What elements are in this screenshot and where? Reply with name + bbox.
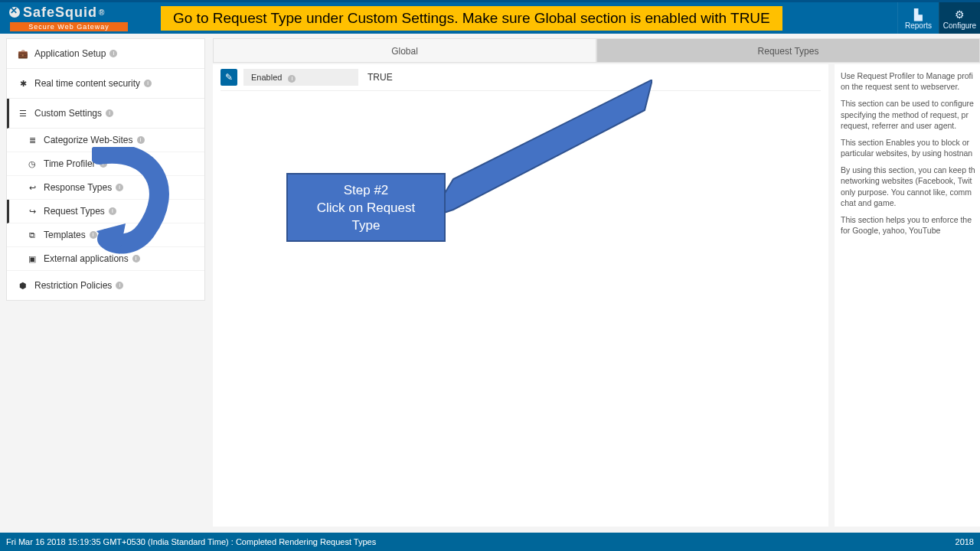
sub-label: Categorize Web-Sites (44, 135, 133, 145)
brand-name: SafeSquid® (9, 5, 141, 21)
top-bar: SafeSquid® Secure Web Gateway Go to Requ… (0, 0, 980, 34)
nav-label: Application Setup (34, 48, 106, 59)
brand-tagline: Secure Web Gateway (9, 21, 129, 32)
sub-external-applications[interactable]: ▣ External applications i (7, 247, 204, 271)
sub-response-types[interactable]: ↩ Response Types i (7, 176, 204, 200)
bug-icon: ✱ (18, 79, 28, 89)
brand-text: SafeSquid (23, 5, 97, 21)
terminal-icon: ▣ (27, 254, 38, 264)
nav-custom-settings[interactable]: ☰ Custom Settings i (7, 99, 204, 129)
shield-icon: ⬢ (18, 281, 28, 291)
info-icon[interactable]: i (109, 207, 116, 215)
help-para: Use Request Profiler to Manage profi on … (841, 70, 977, 92)
sub-label: Time Profiler (44, 158, 96, 169)
instruction-banner: Go to Request Type under Custom Settings… (161, 6, 782, 31)
template-icon: ⧉ (27, 230, 38, 240)
cogs-icon: ⚙ (955, 9, 965, 20)
sub-label: Response Types (44, 182, 112, 193)
sub-label: Request Types (44, 206, 105, 217)
enabled-value: TRUE (368, 72, 393, 83)
status-year: 2018 (956, 537, 974, 546)
bar-chart-icon: ▙ (914, 9, 923, 20)
briefcase-icon: 💼 (18, 49, 28, 59)
enabled-label: Enabled i (243, 69, 358, 86)
sliders-icon: ☰ (18, 109, 28, 119)
config-tabs: Global Request Types (213, 38, 980, 63)
info-icon[interactable]: i (132, 255, 140, 262)
info-icon[interactable]: i (100, 160, 107, 168)
sub-label: External applications (44, 253, 129, 264)
edit-button[interactable]: ✎ (220, 69, 237, 86)
nav-label: Custom Settings (34, 108, 102, 119)
info-icon[interactable]: i (106, 109, 113, 117)
nav-restriction-policies[interactable]: ⬢ Restriction Policies i (7, 271, 204, 300)
status-text: Fri Mar 16 2018 15:19:35 GMT+0530 (India… (6, 537, 376, 546)
info-icon[interactable]: i (116, 184, 123, 191)
sub-templates[interactable]: ⧉ Templates i (7, 223, 204, 247)
nav-realtime-content-security[interactable]: ✱ Real time content security i (7, 69, 204, 99)
custom-settings-subitems: ≣ Categorize Web-Sites i ◷ Time Profiler… (7, 129, 204, 271)
sub-categorize-websites[interactable]: ≣ Categorize Web-Sites i (7, 129, 204, 152)
reports-button[interactable]: ▙ Reports (897, 2, 939, 36)
info-icon[interactable]: i (288, 75, 296, 83)
sub-label: Templates (44, 230, 86, 240)
sub-request-types[interactable]: ↪ Request Types i (7, 200, 204, 223)
configure-button[interactable]: ⚙ Configure (939, 2, 980, 36)
tab-global[interactable]: Global (213, 38, 596, 63)
brand: SafeSquid® Secure Web Gateway (5, 4, 142, 33)
clock-icon: ◷ (27, 159, 38, 169)
context-help-panel: Use Request Profiler to Manage profi on … (835, 64, 980, 527)
top-nav: ▙ Reports ⚙ Configure (897, 2, 980, 36)
global-panel: ✎ Enabled i TRUE (213, 64, 828, 527)
info-icon[interactable]: i (116, 282, 123, 289)
enabled-row: ✎ Enabled i TRUE (220, 69, 821, 86)
stage: 💼 Application Setup i ✱ Real time conten… (0, 34, 980, 533)
status-bar: Fri Mar 16 2018 15:19:35 GMT+0530 (India… (0, 533, 980, 551)
tab-request-types[interactable]: Request Types (596, 38, 980, 63)
help-para: This section helps you to enforce the fo… (841, 214, 977, 236)
reply-icon: ↩ (27, 183, 38, 193)
help-para: By using this section, you can keep th n… (841, 165, 977, 208)
help-para: This section can be used to configure sp… (841, 98, 977, 131)
left-nav: 💼 Application Setup i ✱ Real time conten… (6, 38, 205, 301)
configure-label: Configure (943, 21, 976, 30)
reports-label: Reports (905, 21, 932, 30)
nav-label: Real time content security (34, 78, 140, 89)
help-para: This section Enables you to block or par… (841, 137, 977, 158)
info-icon[interactable]: i (137, 136, 145, 144)
enabled-label-text: Enabled (251, 73, 282, 82)
wrench-icon (9, 7, 20, 18)
info-icon[interactable]: i (144, 80, 152, 87)
row-divider (220, 90, 821, 91)
db-icon: ≣ (27, 135, 38, 145)
brand-reg: ® (99, 8, 105, 17)
info-icon[interactable]: i (90, 231, 97, 239)
share-icon: ↪ (27, 207, 38, 217)
nav-label: Restriction Policies (34, 280, 112, 291)
info-icon[interactable]: i (109, 50, 117, 57)
nav-application-setup[interactable]: 💼 Application Setup i (7, 39, 204, 69)
sub-time-profiler[interactable]: ◷ Time Profiler i (7, 152, 204, 176)
